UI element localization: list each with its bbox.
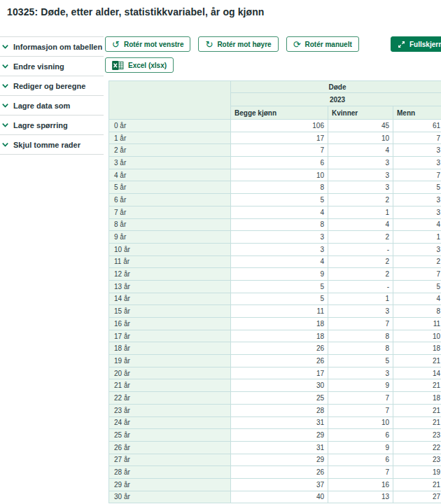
rotate-right-icon: ↻ — [205, 40, 213, 49]
sidebar-item-label: Endre visning — [13, 62, 64, 71]
data-cell: 2 — [328, 268, 393, 281]
sidebar-item-2[interactable]: Rediger og beregne — [0, 76, 104, 96]
fullscreen-label: Fullskjerm — [410, 41, 441, 48]
row-label: 14 år — [109, 293, 231, 305]
data-cell: 1 — [393, 231, 441, 244]
data-cell: 30 — [231, 379, 328, 392]
statistics-table: Døde 2023 Begge kjønn Kvinner Menn 0 år1… — [108, 80, 441, 503]
rotate-manual-button[interactable]: ⟳ Rotér manuelt — [286, 36, 359, 52]
table-row: 29 år371621 — [109, 478, 441, 491]
page-title: 10325: Døde, etter alder, statistikkvari… — [7, 6, 265, 18]
data-cell: 7 — [393, 132, 441, 144]
table-header: Døde 2023 Begge kjønn Kvinner Menn — [109, 81, 441, 120]
row-label: 4 år — [109, 169, 231, 181]
data-cell: 3 — [393, 157, 441, 169]
table-row: 1 år17107 — [109, 132, 441, 144]
data-cell: 7 — [393, 169, 441, 181]
data-cell: 6 — [328, 454, 393, 466]
table-row: 8 år844 — [109, 218, 441, 231]
table-row: 7 år413 — [109, 206, 441, 218]
table-row: 22 år25718 — [109, 392, 441, 405]
toolbar: ↺ Rotér mot venstre ↻ Rotér mot høyre ⟳ … — [105, 36, 359, 52]
rotate-right-button[interactable]: ↻ Rotér mot høyre — [198, 36, 278, 52]
chevron-down-icon — [1, 62, 9, 70]
data-cell: 37 — [231, 478, 328, 491]
data-cell: 21 — [393, 355, 441, 368]
data-cell: 18 — [231, 318, 328, 330]
data-cell: 22 — [393, 441, 441, 454]
sidebar-item-label: Lagre data som — [13, 102, 70, 110]
table-row: 4 år1037 — [109, 169, 441, 181]
data-cell: 8 — [328, 342, 393, 355]
excel-download-button[interactable]: Excel (xlsx) — [105, 57, 174, 73]
data-cell: - — [328, 280, 393, 293]
sidebar-item-3[interactable]: Lagre data som — [0, 96, 104, 115]
sidebar-item-4[interactable]: Lagre spørring — [0, 115, 104, 135]
data-cell: 11 — [231, 305, 328, 318]
table-row: 6 år523 — [109, 194, 441, 206]
row-label: 15 år — [109, 305, 231, 318]
data-cell: 21 — [393, 416, 441, 429]
data-cell: 10 — [393, 330, 441, 342]
data-cell: 1 — [328, 293, 393, 305]
rotate-left-button[interactable]: ↺ Rotér mot venstre — [105, 36, 190, 52]
row-label: 16 år — [109, 318, 231, 330]
data-cell: 2 — [328, 231, 393, 244]
data-cell: 7 — [393, 268, 441, 281]
table-row: 15 år1138 — [109, 305, 441, 318]
row-label: 23 år — [109, 404, 231, 416]
data-cell: 8 — [231, 218, 328, 231]
table-row: 23 år28721 — [109, 404, 441, 416]
data-cell: 7 — [231, 144, 328, 157]
data-cell: 11 — [393, 318, 441, 330]
data-cell: 18 — [393, 392, 441, 405]
row-label: 20 år — [109, 367, 231, 379]
data-cell: 4 — [393, 218, 441, 231]
rotate-right-label: Rotér mot høyre — [217, 41, 271, 48]
data-cell: 19 — [393, 466, 441, 479]
sidebar-item-label: Informasjon om tabellen — [13, 43, 102, 51]
row-label: 12 år — [109, 268, 231, 281]
sidebar-item-5[interactable]: Skjul tomme rader — [0, 135, 104, 155]
table-body: 0 år10645611 år171072 år7433 år6334 år10… — [109, 120, 441, 503]
table-row: 13 år5-5 — [109, 280, 441, 293]
data-cell: 18 — [393, 342, 441, 355]
sidebar: Informasjon om tabellenEndre visningRedi… — [0, 36, 104, 155]
data-cell: 5 — [231, 293, 328, 305]
row-label: 3 år — [109, 157, 231, 169]
row-label: 2 år — [109, 144, 231, 157]
chevron-down-icon — [1, 43, 9, 50]
table-row: 26 år31922 — [109, 441, 441, 454]
table-row: 25 år29623 — [109, 429, 441, 442]
data-cell: 3 — [393, 144, 441, 157]
table-row: 24 år311021 — [109, 416, 441, 429]
sidebar-item-label: Rediger og beregne — [13, 82, 85, 90]
row-label: 17 år — [109, 330, 231, 342]
table-row: 2 år743 — [109, 144, 441, 157]
sidebar-item-0[interactable]: Informasjon om tabellen — [0, 37, 104, 57]
data-cell: 3 — [328, 169, 393, 181]
table-row: 18 år26818 — [109, 342, 441, 355]
sidebar-item-label: Skjul tomme rader — [13, 141, 80, 149]
table-row: 21 år30921 — [109, 379, 441, 392]
data-cell: 4 — [393, 293, 441, 305]
table-row: 16 år18711 — [109, 318, 441, 330]
data-cell: 3 — [393, 194, 441, 206]
table-row: 30 år401327 — [109, 491, 441, 503]
column-header-both-sexes: Begge kjønn — [231, 106, 328, 120]
data-cell: 31 — [231, 441, 328, 454]
data-cell: 5 — [231, 280, 328, 293]
row-label: 25 år — [109, 429, 231, 442]
row-label: 19 år — [109, 355, 231, 368]
data-cell: 5 — [328, 355, 393, 368]
sidebar-item-1[interactable]: Endre visning — [0, 57, 104, 76]
row-label: 28 år — [109, 466, 231, 479]
row-label: 26 år — [109, 441, 231, 454]
data-cell: 2 — [328, 194, 393, 206]
chevron-down-icon — [1, 141, 9, 148]
row-label: 11 år — [109, 255, 231, 268]
data-cell: 3 — [328, 157, 393, 169]
table-row: 19 år26521 — [109, 355, 441, 368]
row-label: 9 år — [109, 231, 231, 244]
fullscreen-button[interactable]: Fullskjerm — [391, 36, 441, 52]
